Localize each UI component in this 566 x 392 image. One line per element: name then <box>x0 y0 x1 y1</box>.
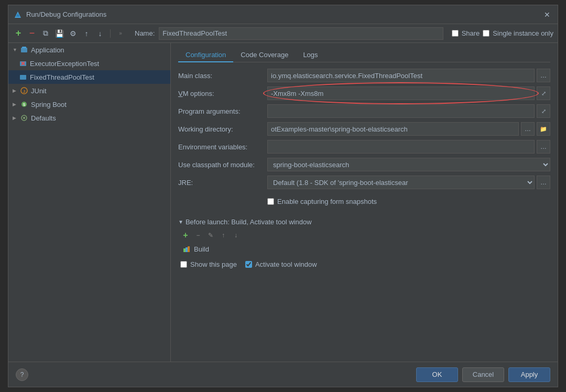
svg-rect-14 <box>183 248 186 252</box>
show-page-checkbox[interactable] <box>180 261 187 268</box>
env-vars-label: Environment variables: <box>178 143 267 151</box>
save-config-button[interactable]: 💾 <box>53 28 65 39</box>
name-input[interactable] <box>159 27 443 40</box>
vm-options-wrapper: ⤢ <box>267 86 550 100</box>
share-area: Share Single instance only <box>452 29 553 37</box>
working-dir-wrapper: … 📁 <box>267 122 550 136</box>
jre-wrapper: Default (1.8 - SDK of 'spring-boot-elast… <box>267 176 550 189</box>
run-debug-dialog: Run/Debug Configurations ✕ + − ⧉ 💾 ⚙ ↑ ↓… <box>8 5 558 387</box>
program-args-wrapper: ⤢ <box>267 104 550 118</box>
tree-arrow-spring: ▶ <box>13 102 20 107</box>
tree-fixed-thread[interactable]: FixedThreadPoolTest <box>8 70 170 84</box>
before-launch-arrow: ▼ <box>178 219 183 225</box>
env-vars-browse-button[interactable]: … <box>537 140 550 154</box>
tree-defaults-group[interactable]: ▶ Defaults <box>8 111 170 125</box>
working-dir-row: Working directory: … 📁 <box>178 122 550 136</box>
launch-down-button[interactable]: ↓ <box>231 230 241 241</box>
snapshots-checkbox[interactable] <box>267 198 274 205</box>
working-dir-browse-button[interactable]: … <box>521 122 535 136</box>
executor-exception-icon <box>19 59 27 68</box>
activate-window-label: Activate tool window <box>255 260 317 268</box>
program-args-expand-button[interactable]: ⤢ <box>537 104 550 118</box>
remove-config-button[interactable]: − <box>26 28 38 39</box>
jre-select[interactable]: Default (1.8 - SDK of 'spring-boot-elast… <box>267 176 535 189</box>
config-right-panel: Configuration Code Coverage Logs Main cl… <box>171 43 558 362</box>
main-class-input[interactable] <box>267 69 535 82</box>
classpath-label: Use classpath of module: <box>178 161 267 169</box>
main-class-browse-button[interactable]: … <box>537 69 550 82</box>
ok-button[interactable]: OK <box>416 367 458 382</box>
snapshots-label: Enable capturing form snapshots <box>277 198 377 205</box>
config-toolbar: + − ⧉ 💾 ⚙ ↑ ↓ » Name: Share Single insta… <box>8 24 558 43</box>
single-instance-checkbox[interactable] <box>483 30 489 37</box>
main-class-label: Main class: <box>178 72 267 80</box>
dialog-title: Run/Debug Configurations <box>26 10 542 18</box>
dialog-icon <box>14 10 22 19</box>
share-checkbox[interactable] <box>452 30 459 37</box>
before-launch-title: Before launch: Build, Activate tool wind… <box>186 218 312 226</box>
before-launch-footer: Show this page Activate tool window <box>178 259 550 268</box>
working-dir-folder-button[interactable]: 📁 <box>537 122 550 136</box>
junit-icon: J <box>20 86 28 95</box>
tree-executor-exception[interactable]: ExecutorExceptionTest <box>8 57 170 70</box>
copy-config-button[interactable]: ⧉ <box>40 28 51 39</box>
env-vars-row: Environment variables: … <box>178 140 550 154</box>
tree-arrow-junit: ▶ <box>13 88 20 93</box>
activate-window-checkbox[interactable] <box>245 261 252 268</box>
defaults-icon <box>20 114 28 122</box>
title-bar: Run/Debug Configurations ✕ <box>8 5 558 24</box>
jre-browse-button[interactable]: … <box>537 176 550 189</box>
launch-edit-button[interactable]: ✎ <box>205 230 216 241</box>
tab-logs[interactable]: Logs <box>296 48 325 62</box>
launch-remove-button[interactable]: − <box>193 230 203 241</box>
program-args-input[interactable] <box>267 104 535 118</box>
tree-arrow-defaults: ▶ <box>13 115 20 121</box>
launch-add-button[interactable]: + <box>180 230 191 241</box>
svg-rect-16 <box>188 246 190 252</box>
tab-code-coverage[interactable]: Code Coverage <box>233 48 296 62</box>
env-vars-input[interactable] <box>267 140 535 154</box>
jre-row: JRE: Default (1.8 - SDK of 'spring-boot-… <box>178 176 550 189</box>
up-config-button[interactable]: ↑ <box>81 28 92 39</box>
tree-application-group[interactable]: ▼ Application <box>8 43 170 57</box>
svg-rect-2 <box>21 48 27 52</box>
svg-text:S: S <box>23 103 26 106</box>
spring-boot-icon: S <box>20 100 28 108</box>
jre-label: JRE: <box>178 179 267 187</box>
config-tabs: Configuration Code Coverage Logs <box>178 48 550 62</box>
snapshots-checkbox-row: Enable capturing form snapshots <box>267 198 377 205</box>
down-config-button[interactable]: ↓ <box>94 28 106 39</box>
build-icon <box>182 245 191 253</box>
vm-options-expand-button[interactable]: ⤢ <box>537 86 550 100</box>
cancel-button[interactable]: Cancel <box>462 367 504 382</box>
settings-config-button[interactable]: ⚙ <box>67 28 79 39</box>
executor-exception-label: ExecutorExceptionTest <box>30 60 99 68</box>
add-config-button[interactable]: + <box>13 28 24 39</box>
main-class-wrapper: … <box>267 69 550 82</box>
program-args-label: Program arguments: <box>178 107 267 115</box>
working-dir-input[interactable] <box>267 122 519 136</box>
content-area: ▼ Application Exec <box>8 43 558 362</box>
classpath-select[interactable]: spring-boot-elasticsearch <box>267 158 550 171</box>
vm-oval-wrapper <box>267 86 535 100</box>
tree-defaults-label: Defaults <box>31 114 56 122</box>
application-group-icon <box>20 46 28 54</box>
launch-up-button[interactable]: ↑ <box>218 230 228 241</box>
tree-junit-group[interactable]: ▶ J JUnit <box>8 84 170 97</box>
single-instance-label: Single instance only <box>493 29 553 37</box>
name-label: Name: <box>135 29 155 37</box>
configurations-tree: ▼ Application Exec <box>8 43 171 362</box>
tab-configuration[interactable]: Configuration <box>178 48 233 62</box>
show-page-row: Show this page <box>180 260 237 268</box>
vm-options-input[interactable] <box>267 86 535 100</box>
working-dir-label: Working directory: <box>178 125 267 133</box>
tree-spring-boot-group[interactable]: ▶ S Spring Boot <box>8 97 170 111</box>
apply-button[interactable]: Apply <box>508 367 550 382</box>
help-button[interactable]: ? <box>16 368 28 381</box>
more-button[interactable]: » <box>115 28 126 39</box>
env-vars-wrapper: … <box>267 140 550 154</box>
vm-options-row: VM options: ⤢ <box>178 86 550 100</box>
tree-junit-label: JUnit <box>31 87 47 95</box>
close-button[interactable]: ✕ <box>542 9 552 20</box>
program-args-row: Program arguments: ⤢ <box>178 104 550 118</box>
